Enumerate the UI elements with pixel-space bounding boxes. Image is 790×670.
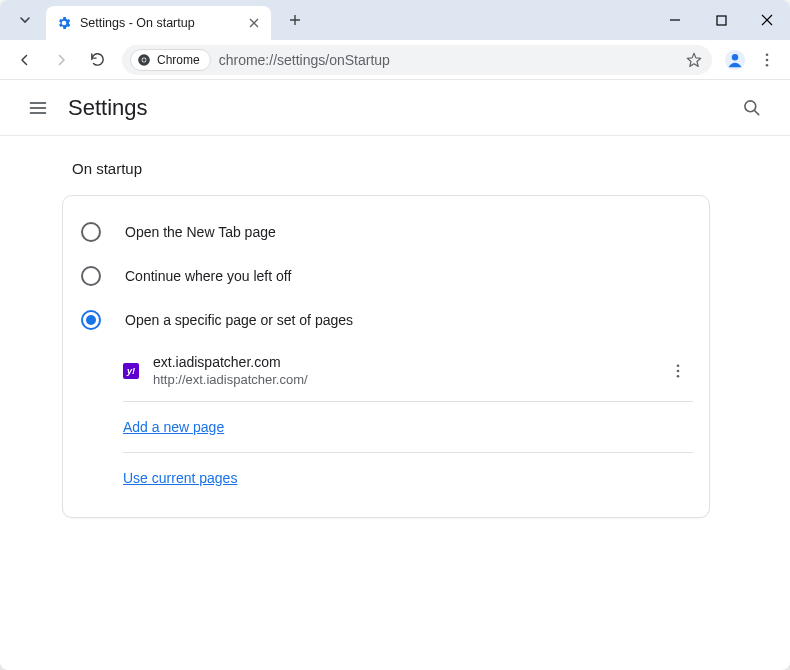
tab-title: Settings - On startup	[80, 16, 245, 30]
svg-point-11	[677, 369, 680, 372]
reload-button[interactable]	[80, 43, 114, 77]
more-vertical-icon	[758, 51, 776, 69]
radio-label: Continue where you left off	[125, 268, 291, 284]
svg-point-5	[732, 54, 738, 60]
url-text: chrome://settings/onStartup	[219, 52, 390, 68]
favicon-icon: y!	[123, 363, 139, 379]
hamburger-icon	[28, 98, 48, 118]
maximize-icon	[716, 15, 727, 26]
new-tab-button[interactable]	[281, 6, 309, 34]
page-more-button[interactable]	[663, 356, 693, 386]
search-icon	[742, 98, 762, 118]
add-new-page-link[interactable]: Add a new page	[123, 419, 224, 435]
star-icon	[685, 51, 703, 69]
omnibox[interactable]: Chrome chrome://settings/onStartup	[122, 45, 712, 75]
tab-close-button[interactable]	[245, 14, 263, 32]
svg-point-6	[766, 53, 769, 56]
close-icon	[249, 18, 259, 28]
svg-rect-0	[717, 16, 726, 25]
search-tabs-button[interactable]	[10, 5, 40, 35]
use-current-pages-row[interactable]: Use current pages	[123, 455, 693, 501]
bookmark-button[interactable]	[684, 50, 704, 70]
settings-header: Settings	[0, 80, 790, 136]
chrome-chip: Chrome	[130, 49, 211, 71]
section-title: On startup	[72, 160, 790, 177]
profile-icon	[724, 49, 746, 71]
chevron-down-icon	[19, 14, 31, 26]
startup-card: Open the New Tab page Continue where you…	[62, 195, 710, 518]
radio-button[interactable]	[81, 266, 101, 286]
profile-button[interactable]	[720, 45, 750, 75]
radio-button-selected[interactable]	[81, 310, 101, 330]
separator	[123, 452, 693, 453]
chrome-icon	[137, 53, 151, 67]
radio-label: Open the New Tab page	[125, 224, 276, 240]
separator	[123, 401, 693, 402]
search-settings-button[interactable]	[734, 90, 770, 126]
svg-point-8	[766, 63, 769, 66]
add-new-page-row[interactable]: Add a new page	[123, 404, 693, 450]
minimize-button[interactable]	[652, 0, 698, 40]
arrow-left-icon	[16, 51, 34, 69]
titlebar: Settings - On startup	[0, 0, 790, 40]
use-current-pages-link[interactable]: Use current pages	[123, 470, 237, 486]
svg-point-7	[766, 58, 769, 61]
address-bar: Chrome chrome://settings/onStartup	[0, 40, 790, 80]
plus-icon	[289, 14, 301, 26]
radio-row-new-tab[interactable]: Open the New Tab page	[79, 210, 693, 254]
arrow-right-icon	[52, 51, 70, 69]
page-title: Settings	[68, 95, 148, 121]
svg-point-10	[677, 364, 680, 367]
close-icon	[761, 14, 773, 26]
radio-label: Open a specific page or set of pages	[125, 312, 353, 328]
svg-point-12	[677, 374, 680, 377]
back-button[interactable]	[8, 43, 42, 77]
radio-row-specific[interactable]: Open a specific page or set of pages	[79, 298, 693, 342]
startup-page-entry: y! ext.iadispatcher.com http://ext.iadis…	[123, 342, 693, 399]
chrome-menu-button[interactable]	[752, 45, 782, 75]
browser-tab[interactable]: Settings - On startup	[46, 6, 271, 40]
startup-page-title: ext.iadispatcher.com	[153, 354, 663, 370]
gear-icon	[56, 15, 72, 31]
chrome-chip-label: Chrome	[157, 53, 200, 67]
close-window-button[interactable]	[744, 0, 790, 40]
reload-icon	[89, 51, 106, 68]
minimize-icon	[669, 14, 681, 26]
radio-row-continue[interactable]: Continue where you left off	[79, 254, 693, 298]
startup-page-url: http://ext.iadispatcher.com/	[153, 372, 663, 387]
settings-content: On startup Open the New Tab page Continu…	[0, 136, 790, 518]
maximize-button[interactable]	[698, 0, 744, 40]
forward-button[interactable]	[44, 43, 78, 77]
more-vertical-icon	[669, 362, 687, 380]
menu-button[interactable]	[20, 90, 56, 126]
radio-button[interactable]	[81, 222, 101, 242]
svg-point-3	[142, 58, 146, 62]
